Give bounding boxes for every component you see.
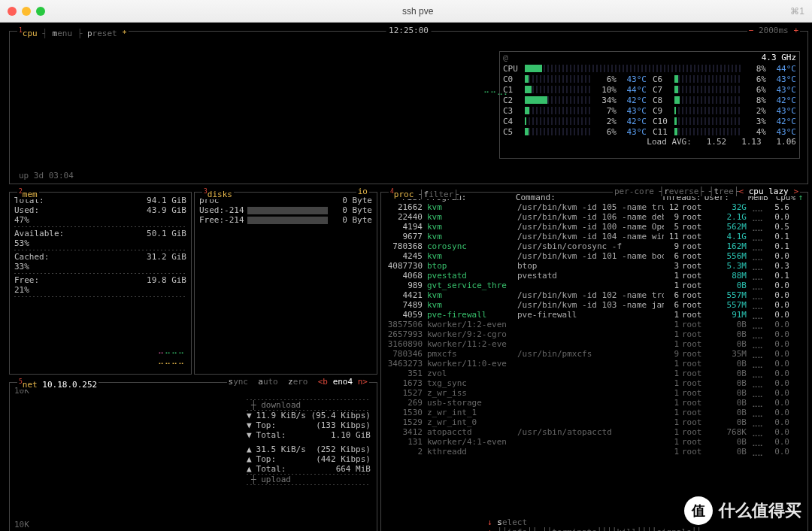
cpu-total-row: CPU 8% 44°C — [500, 63, 799, 74]
process-row[interactable]: 1529z_wr_int_01root0B⠀⣀⣀0.0 — [381, 417, 807, 427]
cpu-core-row: C234%42°C — [500, 95, 650, 105]
watermark: 值 什么值得买 — [684, 496, 801, 525]
cpu-core-row: C76%43°C — [650, 84, 799, 95]
cpu-panel-title: 1cpu ┤ menu ├ preset * — [17, 26, 129, 38]
process-row[interactable]: 780368corosync/usr/sbin/corosync -f9root… — [381, 241, 807, 251]
close-icon[interactable] — [8, 7, 17, 16]
cpu-core-row: C92%43°C — [650, 105, 799, 116]
window-titlebar: ssh pve ⌘1 — [0, 0, 812, 23]
mem-row: Free:19.8 GiB — [10, 275, 191, 285]
uptime: up 3d 03:04 — [19, 171, 74, 181]
mem-panel: 2mem Total:94.1 GiBUsed:43.9 GiB47%Avail… — [9, 192, 192, 375]
process-row[interactable]: 22440kvm/usr/bin/kvm -id 106 -name debia… — [381, 212, 807, 222]
disk-row: Free:-2140 Byte — [195, 215, 377, 225]
cpu-core-row: C56%43°C — [500, 126, 650, 137]
cpu-core-row: C88%42°C — [650, 95, 799, 105]
process-row[interactable]: 3463273kworker/11:0-eve1root0B⠀⣀⣀0.0 — [381, 359, 807, 369]
process-row[interactable]: 4068pvestatdpvestatd1root88M⠀⣀⣀0.1 — [381, 271, 807, 281]
mem-pct: 53% — [10, 238, 191, 248]
process-row[interactable]: 4059pve-firewallpve-firewall1root91M⠀⣀⣀0… — [381, 310, 807, 320]
process-row[interactable]: 4421kvm/usr/bin/kvm -id 102 -name troja6… — [381, 290, 807, 300]
mem-row: Cached:31.2 GiB — [10, 252, 191, 262]
process-row[interactable]: 1527z_wr_iss1root0B⠀⣀⣀0.0 — [381, 388, 807, 398]
cpu-core-row: C06%43°C — [500, 74, 650, 84]
process-row[interactable]: 2kthreadd1root0B⠀⣀⣀0.0 — [381, 447, 807, 457]
process-row[interactable]: 7489kvm/usr/bin/kvm -id 103 -name jammy6… — [381, 300, 807, 310]
process-row[interactable]: 269usb-storage1root0B⠀⣀⣀0.0 — [381, 398, 807, 408]
cpu-core-row: C66%43°C — [650, 74, 799, 84]
proc-panel: 4proc ┤filter├ per-core ┤reverse├ ┤tree├… — [380, 192, 808, 531]
process-row[interactable]: 4087730btopbtop3root5.3M⠀⣀⣀0.3 — [381, 261, 807, 271]
mem-pct: 21% — [10, 285, 191, 295]
net-panel: 5net 10.18.0.252 sync auto zero <b eno4 … — [9, 382, 377, 531]
process-row[interactable]: 3160890kworker/11:2-eve1root0B⠀⣀⣀0.0 — [381, 339, 807, 349]
process-row[interactable]: 3412atopacctd/usr/sbin/atopacctd1root768… — [381, 427, 807, 437]
zoom-icon[interactable] — [36, 7, 45, 16]
cpu-details: @ 4.3 GHz CPU 8% 44°C C06%43°CC110%44°CC… — [499, 51, 800, 159]
cpu-core-row: C37%43°C — [500, 105, 650, 116]
net-scale-bottom: 10K — [14, 520, 29, 529]
process-row[interactable]: 780346pmxcfs/usr/bin/pmxcfs9root35M⠀⣀⣀0.… — [381, 349, 807, 359]
load-average: Load AVG: 1.52 1.13 1.06 — [500, 137, 799, 147]
update-interval[interactable]: − 2000ms + — [747, 26, 800, 35]
process-row[interactable]: 9677kvm/usr/bin/kvm -id 104 -name win101… — [381, 232, 807, 241]
process-row[interactable]: 131kworker/4:1-even1root0B⠀⣀⣀0.0 — [381, 437, 807, 447]
cpu-panel: 1cpu ┤ menu ├ preset * 12:25:00 − 2000ms… — [9, 31, 808, 184]
mem-row: Used:43.9 GiB — [10, 205, 191, 215]
process-row[interactable]: 4194kvm/usr/bin/kvm -id 100 -name OpenW5… — [381, 222, 807, 232]
clock: 12:25:00 — [386, 26, 432, 35]
disk-row: Used:-2140 Byte — [195, 205, 377, 215]
process-row[interactable]: 1673txg_sync1root0B⠀⣀⣀0.0 — [381, 378, 807, 388]
mem-pct: 47% — [10, 215, 191, 225]
cpu-core-row: C114%43°C — [650, 126, 799, 137]
window-shortcut: ⌘1 — [790, 6, 804, 17]
process-row[interactable]: 2657993kworker/9:2-cgro1root0B⠀⣀⣀0.0 — [381, 329, 807, 339]
cpu-frequency: 4.3 GHz — [762, 53, 796, 62]
proc-sort-options[interactable]: per-core ┤reverse├ ┤tree├< cpu lazy > — [613, 187, 800, 196]
proc-footer: ↓ select ↓ └┤info├┘ └┤terminate├┘└┤kill├… — [486, 517, 703, 531]
process-row[interactable]: 989gvt_service_thre1root0B⠀⣀⣀0.0 — [381, 281, 807, 290]
cpu-core-row: C103%42°C — [650, 116, 799, 126]
process-row[interactable]: 3857506kworker/1:2-even1root0B⠀⣀⣀0.0 — [381, 320, 807, 329]
disks-panel: 3disks io proc0 ByteUsed:-2140 ByteFree:… — [194, 192, 377, 375]
traffic-lights — [8, 7, 45, 16]
mem-row: Available:50.1 GiB — [10, 229, 191, 238]
process-row[interactable]: 4245kvm/usr/bin/kvm -id 101 -name bookw6… — [381, 251, 807, 261]
window-title: ssh pve — [45, 6, 790, 17]
mem-pct: 33% — [10, 262, 191, 272]
process-row[interactable]: 351zvol1root0B⠀⣀⣀0.0 — [381, 369, 807, 378]
cpu-core-row: C42%42°C — [500, 116, 650, 126]
minimize-icon[interactable] — [22, 7, 31, 16]
cpu-core-row: C110%44°C — [500, 84, 650, 95]
process-row[interactable]: 1530z_wr_int_11root0B⠀⣀⣀0.0 — [381, 408, 807, 417]
process-row[interactable]: 21662kvm/usr/bin/kvm -id 105 -name truen… — [381, 202, 807, 212]
